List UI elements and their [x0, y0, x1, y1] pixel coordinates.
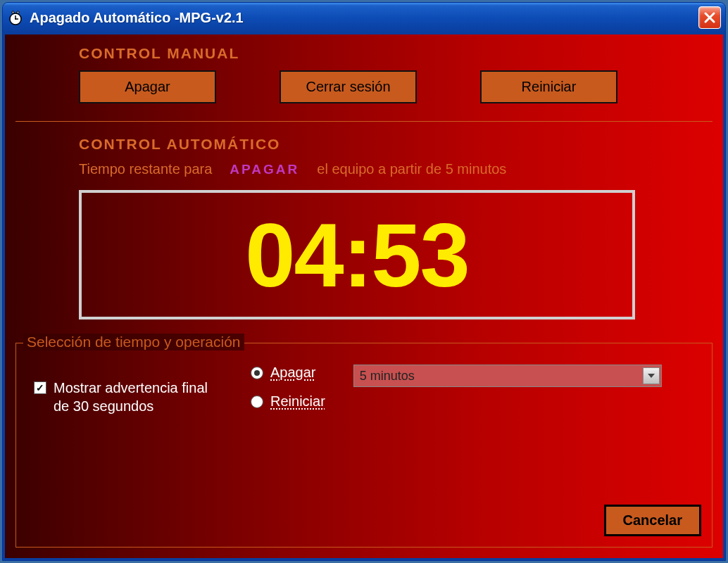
auto-section: CONTROL AUTOMÁTICO Tiempo restante para …: [79, 136, 713, 339]
warning-checkbox[interactable]: ✓: [34, 381, 46, 394]
auto-desc-after: el equipo a partir de 5 minutos: [317, 161, 506, 177]
warning-checkbox-wrap[interactable]: ✓ Mostrar advertencia final de 30 segund…: [34, 379, 208, 415]
auto-description: Tiempo restante para APAGAR el equipo a …: [79, 161, 713, 177]
close-icon: [703, 11, 716, 24]
auto-section-title: CONTROL AUTOMÁTICO: [79, 136, 713, 153]
svg-rect-5: [17, 11, 19, 13]
radio-shutdown[interactable]: [251, 367, 263, 379]
timer-display: 04:53: [79, 190, 635, 320]
options-row: ✓ Mostrar advertencia final de 30 segund…: [34, 365, 694, 415]
logoff-button[interactable]: Cerrar sesión: [280, 70, 417, 103]
radio-restart-label: Reiniciar: [270, 393, 325, 410]
cancel-button[interactable]: Cancelar: [604, 505, 702, 536]
manual-buttons-row: Apagar Cerrar sesión Reiniciar: [79, 70, 713, 103]
auto-desc-action: APAGAR: [230, 162, 299, 177]
window-title: Apagado Automático -MPG-v2.1: [30, 10, 698, 26]
radio-restart-wrap[interactable]: Reiniciar: [251, 393, 325, 410]
manual-section-title: CONTROL MANUAL: [79, 45, 713, 62]
svg-rect-4: [12, 11, 14, 13]
selection-fieldset: Selección de tiempo y operación ✓ Mostra…: [15, 343, 713, 548]
timer-value: 04:53: [245, 203, 468, 307]
chevron-down-icon: [643, 367, 660, 384]
warning-checkbox-label: Mostrar advertencia final de 30 segundos: [54, 379, 208, 415]
app-window: Apagado Automático -MPG-v2.1 CONTROL MAN…: [2, 2, 726, 561]
auto-desc-before: Tiempo restante para: [79, 161, 212, 177]
radio-shutdown-wrap[interactable]: Apagar: [251, 365, 325, 381]
divider: [15, 121, 713, 122]
content-area: CONTROL MANUAL Apagar Cerrar sesión Rein…: [3, 32, 725, 560]
clock-icon: [7, 9, 24, 26]
close-button[interactable]: [698, 6, 721, 29]
dropdown-value: 5 minutos: [360, 369, 655, 384]
time-dropdown[interactable]: 5 minutos: [353, 365, 662, 387]
operation-radio-group: Apagar Reiniciar: [251, 365, 325, 410]
fieldset-legend: Selección de tiempo y operación: [23, 334, 244, 350]
radio-restart[interactable]: [251, 396, 263, 408]
shutdown-button[interactable]: Apagar: [79, 70, 216, 103]
titlebar[interactable]: Apagado Automático -MPG-v2.1: [3, 3, 725, 32]
right-column: 5 minutos: [353, 365, 662, 387]
restart-button[interactable]: Reiniciar: [480, 70, 617, 103]
radio-shutdown-label: Apagar: [270, 365, 316, 381]
